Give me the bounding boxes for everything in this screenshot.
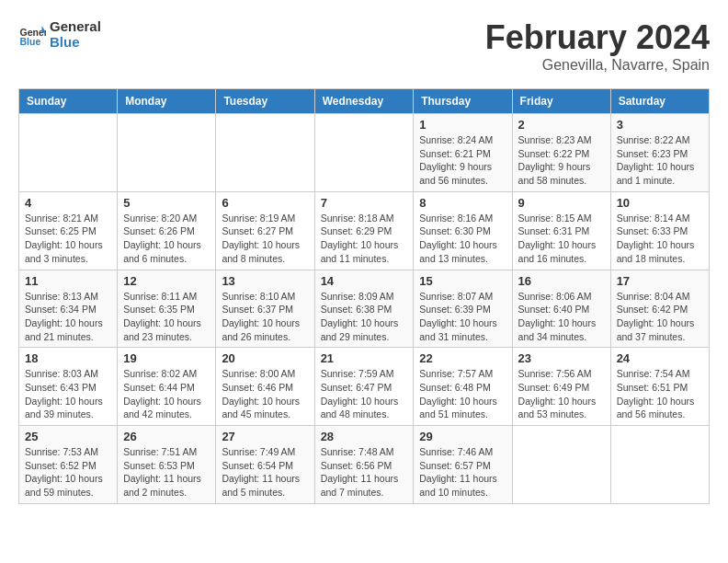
day-cell [314, 114, 414, 192]
day-number: 10 [617, 196, 703, 210]
day-info: Sunrise: 8:03 AM Sunset: 6:43 PM Dayligh… [25, 367, 111, 421]
week-row-5: 25Sunrise: 7:53 AM Sunset: 6:52 PM Dayli… [19, 426, 710, 504]
day-cell: 23Sunrise: 7:56 AM Sunset: 6:49 PM Dayli… [512, 348, 610, 426]
day-cell: 6Sunrise: 8:19 AM Sunset: 6:27 PM Daylig… [216, 191, 314, 270]
day-cell: 22Sunrise: 7:57 AM Sunset: 6:48 PM Dayli… [414, 348, 512, 426]
day-number: 20 [222, 351, 308, 365]
day-number: 16 [518, 274, 605, 288]
day-number: 14 [321, 274, 408, 288]
week-row-3: 11Sunrise: 8:13 AM Sunset: 6:34 PM Dayli… [19, 270, 710, 348]
day-number: 21 [321, 351, 408, 365]
day-info: Sunrise: 7:57 AM Sunset: 6:48 PM Dayligh… [419, 367, 506, 421]
calendar-header-row: SundayMondayTuesdayWednesdayThursdayFrid… [19, 89, 710, 114]
day-cell: 20Sunrise: 8:00 AM Sunset: 6:46 PM Dayli… [216, 348, 314, 426]
day-info: Sunrise: 8:24 AM Sunset: 6:21 PM Dayligh… [419, 133, 506, 188]
header-day-saturday: Saturday [610, 89, 709, 114]
day-info: Sunrise: 8:10 AM Sunset: 6:37 PM Dayligh… [222, 290, 308, 344]
header-day-tuesday: Tuesday [216, 89, 314, 114]
day-number: 24 [617, 351, 703, 365]
week-row-2: 4Sunrise: 8:21 AM Sunset: 6:25 PM Daylig… [19, 191, 710, 270]
day-number: 29 [419, 430, 506, 443]
day-info: Sunrise: 7:49 AM Sunset: 6:54 PM Dayligh… [222, 445, 308, 500]
day-cell: 13Sunrise: 8:10 AM Sunset: 6:37 PM Dayli… [216, 270, 314, 348]
day-cell [19, 114, 118, 192]
day-number: 19 [123, 351, 210, 365]
day-cell: 7Sunrise: 8:18 AM Sunset: 6:29 PM Daylig… [314, 191, 414, 270]
day-cell: 28Sunrise: 7:48 AM Sunset: 6:56 PM Dayli… [314, 426, 414, 504]
day-number: 27 [222, 430, 308, 443]
day-number: 6 [222, 196, 308, 210]
svg-text:Blue: Blue [20, 36, 41, 47]
day-info: Sunrise: 8:18 AM Sunset: 6:29 PM Dayligh… [321, 212, 408, 266]
day-number: 11 [25, 274, 111, 288]
header-day-sunday: Sunday [19, 89, 118, 114]
header-day-wednesday: Wednesday [314, 89, 414, 114]
day-number: 17 [617, 274, 703, 288]
week-row-4: 18Sunrise: 8:03 AM Sunset: 6:43 PM Dayli… [19, 348, 710, 426]
day-info: Sunrise: 8:16 AM Sunset: 6:30 PM Dayligh… [419, 212, 506, 266]
day-cell: 25Sunrise: 7:53 AM Sunset: 6:52 PM Dayli… [19, 426, 118, 504]
day-number: 25 [25, 430, 111, 443]
subtitle: Genevilla, Navarre, Spain [485, 57, 710, 74]
day-number: 7 [321, 196, 408, 210]
day-cell: 11Sunrise: 8:13 AM Sunset: 6:34 PM Dayli… [19, 270, 118, 348]
day-cell [512, 426, 610, 504]
day-number: 22 [419, 351, 506, 365]
day-number: 4 [25, 196, 111, 210]
week-row-1: 1Sunrise: 8:24 AM Sunset: 6:21 PM Daylig… [19, 114, 710, 192]
day-cell: 17Sunrise: 8:04 AM Sunset: 6:42 PM Dayli… [610, 270, 709, 348]
main-title: February 2024 [485, 18, 710, 57]
page-header: General Blue General Blue February 2024 … [18, 18, 710, 74]
day-info: Sunrise: 8:14 AM Sunset: 6:33 PM Dayligh… [617, 212, 703, 266]
day-number: 3 [617, 118, 703, 132]
day-info: Sunrise: 7:48 AM Sunset: 6:56 PM Dayligh… [321, 445, 408, 500]
title-block: February 2024 Genevilla, Navarre, Spain [485, 18, 710, 74]
day-number: 8 [419, 196, 506, 210]
day-cell: 21Sunrise: 7:59 AM Sunset: 6:47 PM Dayli… [314, 348, 414, 426]
day-number: 9 [518, 196, 605, 210]
day-cell: 27Sunrise: 7:49 AM Sunset: 6:54 PM Dayli… [216, 426, 314, 504]
day-cell: 19Sunrise: 8:02 AM Sunset: 6:44 PM Dayli… [118, 348, 216, 426]
header-day-thursday: Thursday [414, 89, 512, 114]
day-info: Sunrise: 8:13 AM Sunset: 6:34 PM Dayligh… [25, 290, 111, 344]
day-info: Sunrise: 8:23 AM Sunset: 6:22 PM Dayligh… [518, 133, 605, 188]
day-cell [118, 114, 216, 192]
day-info: Sunrise: 8:15 AM Sunset: 6:31 PM Dayligh… [518, 212, 605, 266]
day-info: Sunrise: 7:54 AM Sunset: 6:51 PM Dayligh… [617, 367, 703, 421]
day-info: Sunrise: 7:59 AM Sunset: 6:47 PM Dayligh… [321, 367, 408, 421]
day-info: Sunrise: 7:51 AM Sunset: 6:53 PM Dayligh… [123, 445, 210, 500]
day-cell: 3Sunrise: 8:22 AM Sunset: 6:23 PM Daylig… [610, 114, 709, 192]
day-cell: 1Sunrise: 8:24 AM Sunset: 6:21 PM Daylig… [414, 114, 512, 192]
day-cell: 29Sunrise: 7:46 AM Sunset: 6:57 PM Dayli… [414, 426, 512, 504]
day-cell: 14Sunrise: 8:09 AM Sunset: 6:38 PM Dayli… [314, 270, 414, 348]
day-info: Sunrise: 8:21 AM Sunset: 6:25 PM Dayligh… [25, 212, 111, 266]
day-cell [610, 426, 709, 504]
logo-line1: General [50, 18, 101, 34]
day-info: Sunrise: 8:09 AM Sunset: 6:38 PM Dayligh… [321, 290, 408, 344]
day-info: Sunrise: 8:20 AM Sunset: 6:26 PM Dayligh… [123, 212, 210, 266]
day-number: 26 [123, 430, 210, 443]
day-cell: 16Sunrise: 8:06 AM Sunset: 6:40 PM Dayli… [512, 270, 610, 348]
day-number: 13 [222, 274, 308, 288]
day-number: 5 [123, 196, 210, 210]
day-cell: 9Sunrise: 8:15 AM Sunset: 6:31 PM Daylig… [512, 191, 610, 270]
day-number: 23 [518, 351, 605, 365]
logo: General Blue General Blue [18, 18, 101, 50]
day-cell: 18Sunrise: 8:03 AM Sunset: 6:43 PM Dayli… [19, 348, 118, 426]
day-info: Sunrise: 8:02 AM Sunset: 6:44 PM Dayligh… [123, 367, 210, 421]
day-cell: 26Sunrise: 7:51 AM Sunset: 6:53 PM Dayli… [118, 426, 216, 504]
day-info: Sunrise: 8:04 AM Sunset: 6:42 PM Dayligh… [617, 290, 703, 344]
day-number: 12 [123, 274, 210, 288]
day-cell [216, 114, 314, 192]
day-info: Sunrise: 8:19 AM Sunset: 6:27 PM Dayligh… [222, 212, 308, 266]
day-number: 2 [518, 118, 605, 132]
day-cell: 15Sunrise: 8:07 AM Sunset: 6:39 PM Dayli… [414, 270, 512, 348]
day-info: Sunrise: 8:00 AM Sunset: 6:46 PM Dayligh… [222, 367, 308, 421]
day-cell: 8Sunrise: 8:16 AM Sunset: 6:30 PM Daylig… [414, 191, 512, 270]
day-info: Sunrise: 8:07 AM Sunset: 6:39 PM Dayligh… [419, 290, 506, 344]
day-number: 28 [321, 430, 408, 443]
day-cell: 5Sunrise: 8:20 AM Sunset: 6:26 PM Daylig… [118, 191, 216, 270]
day-cell: 4Sunrise: 8:21 AM Sunset: 6:25 PM Daylig… [19, 191, 118, 270]
day-number: 18 [25, 351, 111, 365]
day-info: Sunrise: 8:22 AM Sunset: 6:23 PM Dayligh… [617, 133, 703, 188]
